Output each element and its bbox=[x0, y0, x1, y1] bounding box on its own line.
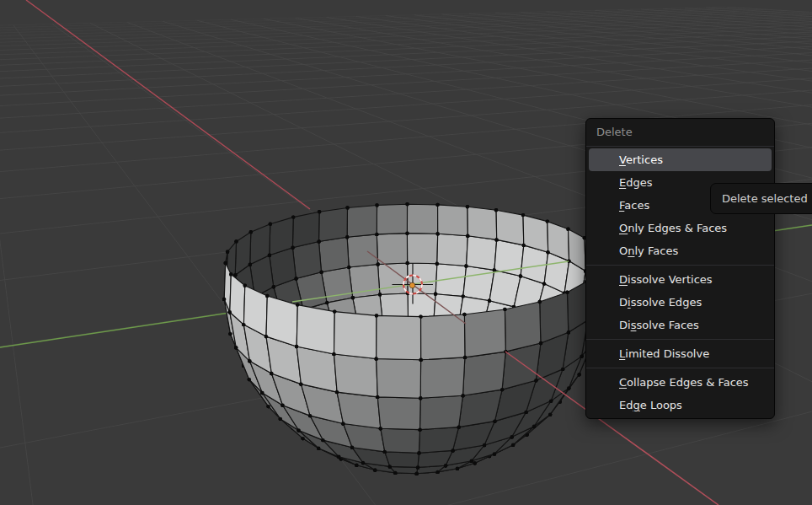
menu-separator bbox=[586, 339, 774, 340]
menu-item-dissolve-vertices[interactable]: Dissolve Vertices bbox=[589, 268, 772, 291]
menu-item-vertices[interactable]: Vertices bbox=[589, 148, 772, 171]
blender-3d-viewport[interactable]: Delete VerticesEdgesFacesOnly Edges & Fa… bbox=[0, 0, 812, 505]
menu-header-separator bbox=[586, 146, 774, 147]
delete-context-menu: Delete VerticesEdgesFacesOnly Edges & Fa… bbox=[585, 118, 775, 419]
menu-item-dissolve-edges[interactable]: Dissolve Edges bbox=[589, 291, 772, 314]
menu-item-dissolve-faces[interactable]: Dissolve Faces bbox=[589, 314, 772, 336]
menu-separator bbox=[586, 265, 774, 266]
menu-separator bbox=[586, 368, 774, 368]
menu-item-only-faces[interactable]: Only Faces bbox=[589, 239, 772, 262]
menu-title: Delete bbox=[586, 121, 774, 144]
menu-item-only-edges-faces[interactable]: Only Edges & Faces bbox=[589, 217, 772, 239]
menu-item-limited-dissolve[interactable]: Limited Dissolve bbox=[589, 342, 772, 365]
menu-item-edge-loops[interactable]: Edge Loops bbox=[589, 394, 772, 416]
menu-item-collapse-edges-faces[interactable]: Collapse Edges & Faces bbox=[589, 371, 772, 394]
object-origin-dot bbox=[409, 282, 415, 288]
tooltip-text: Delete selected bbox=[722, 192, 808, 205]
tooltip: Delete selected bbox=[710, 183, 812, 214]
